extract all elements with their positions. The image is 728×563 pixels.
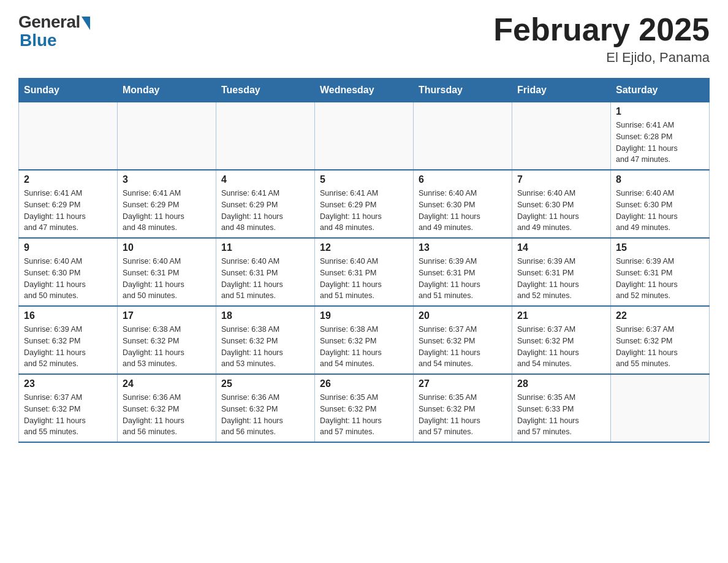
calendar-cell	[611, 374, 710, 442]
day-number: 9	[24, 242, 112, 253]
logo-general-text: General	[18, 12, 80, 32]
calendar-cell: 14Sunrise: 6:39 AMSunset: 6:31 PMDayligh…	[512, 238, 611, 306]
calendar-cell	[216, 102, 315, 170]
calendar-cell: 4Sunrise: 6:41 AMSunset: 6:29 PMDaylight…	[216, 170, 315, 238]
calendar-cell: 10Sunrise: 6:40 AMSunset: 6:31 PMDayligh…	[118, 238, 216, 306]
day-info: Sunrise: 6:35 AMSunset: 6:33 PMDaylight:…	[517, 392, 605, 438]
calendar-week-4: 16Sunrise: 6:39 AMSunset: 6:32 PMDayligh…	[19, 306, 710, 374]
day-info: Sunrise: 6:40 AMSunset: 6:31 PMDaylight:…	[123, 256, 211, 302]
day-info: Sunrise: 6:36 AMSunset: 6:32 PMDaylight:…	[221, 392, 309, 438]
day-number: 10	[123, 242, 211, 253]
location-text: El Ejido, Panama	[493, 50, 710, 66]
calendar-cell	[19, 102, 118, 170]
day-number: 23	[24, 378, 112, 389]
day-number: 20	[419, 310, 507, 321]
day-number: 26	[320, 378, 408, 389]
calendar-cell: 13Sunrise: 6:39 AMSunset: 6:31 PMDayligh…	[414, 238, 512, 306]
day-info: Sunrise: 6:38 AMSunset: 6:32 PMDaylight:…	[320, 324, 408, 370]
calendar-cell: 17Sunrise: 6:38 AMSunset: 6:32 PMDayligh…	[118, 306, 216, 374]
calendar-cell: 21Sunrise: 6:37 AMSunset: 6:32 PMDayligh…	[512, 306, 611, 374]
calendar-cell: 7Sunrise: 6:40 AMSunset: 6:30 PMDaylight…	[512, 170, 611, 238]
calendar-week-3: 9Sunrise: 6:40 AMSunset: 6:30 PMDaylight…	[19, 238, 710, 306]
day-number: 15	[616, 242, 704, 253]
day-number: 16	[24, 310, 112, 321]
day-info: Sunrise: 6:40 AMSunset: 6:30 PMDaylight:…	[517, 188, 605, 234]
calendar-cell: 1Sunrise: 6:41 AMSunset: 6:28 PMDaylight…	[611, 102, 710, 170]
day-header-saturday: Saturday	[611, 79, 710, 102]
calendar-cell: 27Sunrise: 6:35 AMSunset: 6:32 PMDayligh…	[414, 374, 512, 442]
day-number: 28	[517, 378, 605, 389]
day-info: Sunrise: 6:40 AMSunset: 6:30 PMDaylight:…	[616, 188, 704, 234]
day-info: Sunrise: 6:37 AMSunset: 6:32 PMDaylight:…	[24, 392, 112, 438]
day-info: Sunrise: 6:37 AMSunset: 6:32 PMDaylight:…	[419, 324, 507, 370]
day-number: 12	[320, 242, 408, 253]
calendar-cell	[512, 102, 611, 170]
day-number: 27	[419, 378, 507, 389]
day-info: Sunrise: 6:41 AMSunset: 6:29 PMDaylight:…	[221, 188, 309, 234]
calendar-cell: 28Sunrise: 6:35 AMSunset: 6:33 PMDayligh…	[512, 374, 611, 442]
day-info: Sunrise: 6:38 AMSunset: 6:32 PMDaylight:…	[123, 324, 211, 370]
day-info: Sunrise: 6:41 AMSunset: 6:29 PMDaylight:…	[24, 188, 112, 234]
day-number: 1	[616, 106, 704, 117]
logo-blue-text: Blue	[18, 31, 57, 50]
day-header-sunday: Sunday	[19, 79, 118, 102]
calendar-cell: 6Sunrise: 6:40 AMSunset: 6:30 PMDaylight…	[414, 170, 512, 238]
day-number: 7	[517, 174, 605, 185]
calendar-cell: 8Sunrise: 6:40 AMSunset: 6:30 PMDaylight…	[611, 170, 710, 238]
day-info: Sunrise: 6:40 AMSunset: 6:31 PMDaylight:…	[320, 256, 408, 302]
title-block: February 2025 El Ejido, Panama	[493, 12, 710, 66]
day-info: Sunrise: 6:37 AMSunset: 6:32 PMDaylight:…	[616, 324, 704, 370]
calendar-cell: 25Sunrise: 6:36 AMSunset: 6:32 PMDayligh…	[216, 374, 315, 442]
calendar-cell: 15Sunrise: 6:39 AMSunset: 6:31 PMDayligh…	[611, 238, 710, 306]
page-header: General Blue February 2025 El Ejido, Pan…	[18, 12, 710, 66]
logo: General Blue	[18, 12, 90, 50]
day-header-thursday: Thursday	[414, 79, 512, 102]
calendar-cell: 3Sunrise: 6:41 AMSunset: 6:29 PMDaylight…	[118, 170, 216, 238]
calendar-cell: 11Sunrise: 6:40 AMSunset: 6:31 PMDayligh…	[216, 238, 315, 306]
day-header-wednesday: Wednesday	[315, 79, 414, 102]
calendar-cell: 18Sunrise: 6:38 AMSunset: 6:32 PMDayligh…	[216, 306, 315, 374]
calendar-cell	[315, 102, 414, 170]
calendar-header-row: SundayMondayTuesdayWednesdayThursdayFrid…	[19, 79, 710, 102]
day-number: 19	[320, 310, 408, 321]
calendar-table: SundayMondayTuesdayWednesdayThursdayFrid…	[18, 78, 710, 443]
day-number: 6	[419, 174, 507, 185]
calendar-cell: 20Sunrise: 6:37 AMSunset: 6:32 PMDayligh…	[414, 306, 512, 374]
calendar-cell: 22Sunrise: 6:37 AMSunset: 6:32 PMDayligh…	[611, 306, 710, 374]
day-header-friday: Friday	[512, 79, 611, 102]
day-number: 25	[221, 378, 309, 389]
day-header-tuesday: Tuesday	[216, 79, 315, 102]
month-title: February 2025	[493, 12, 710, 47]
day-number: 5	[320, 174, 408, 185]
calendar-cell	[414, 102, 512, 170]
day-info: Sunrise: 6:37 AMSunset: 6:32 PMDaylight:…	[517, 324, 605, 370]
calendar-cell: 16Sunrise: 6:39 AMSunset: 6:32 PMDayligh…	[19, 306, 118, 374]
day-number: 21	[517, 310, 605, 321]
calendar-week-5: 23Sunrise: 6:37 AMSunset: 6:32 PMDayligh…	[19, 374, 710, 442]
calendar-cell: 24Sunrise: 6:36 AMSunset: 6:32 PMDayligh…	[118, 374, 216, 442]
calendar-cell	[118, 102, 216, 170]
logo-arrow-icon	[82, 17, 90, 30]
day-info: Sunrise: 6:39 AMSunset: 6:32 PMDaylight:…	[24, 324, 112, 370]
day-number: 2	[24, 174, 112, 185]
day-info: Sunrise: 6:35 AMSunset: 6:32 PMDaylight:…	[320, 392, 408, 438]
day-info: Sunrise: 6:41 AMSunset: 6:29 PMDaylight:…	[123, 188, 211, 234]
day-number: 8	[616, 174, 704, 185]
day-info: Sunrise: 6:39 AMSunset: 6:31 PMDaylight:…	[419, 256, 507, 302]
calendar-cell: 12Sunrise: 6:40 AMSunset: 6:31 PMDayligh…	[315, 238, 414, 306]
calendar-cell: 9Sunrise: 6:40 AMSunset: 6:30 PMDaylight…	[19, 238, 118, 306]
calendar-week-2: 2Sunrise: 6:41 AMSunset: 6:29 PMDaylight…	[19, 170, 710, 238]
day-info: Sunrise: 6:39 AMSunset: 6:31 PMDaylight:…	[616, 256, 704, 302]
day-number: 11	[221, 242, 309, 253]
calendar-cell: 5Sunrise: 6:41 AMSunset: 6:29 PMDaylight…	[315, 170, 414, 238]
day-number: 4	[221, 174, 309, 185]
day-number: 3	[123, 174, 211, 185]
day-info: Sunrise: 6:41 AMSunset: 6:29 PMDaylight:…	[320, 188, 408, 234]
calendar-cell: 23Sunrise: 6:37 AMSunset: 6:32 PMDayligh…	[19, 374, 118, 442]
calendar-cell: 19Sunrise: 6:38 AMSunset: 6:32 PMDayligh…	[315, 306, 414, 374]
day-info: Sunrise: 6:36 AMSunset: 6:32 PMDaylight:…	[123, 392, 211, 438]
day-info: Sunrise: 6:39 AMSunset: 6:31 PMDaylight:…	[517, 256, 605, 302]
day-number: 22	[616, 310, 704, 321]
day-number: 18	[221, 310, 309, 321]
day-header-monday: Monday	[118, 79, 216, 102]
